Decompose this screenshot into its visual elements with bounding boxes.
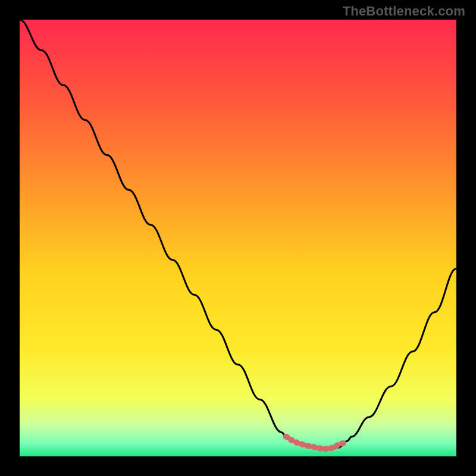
plot-background — [20, 20, 456, 456]
bottleneck-chart — [0, 0, 476, 476]
chart-frame: { "watermark": "TheBottleneck.com", "plo… — [0, 0, 476, 476]
watermark-text: TheBottleneck.com — [343, 4, 465, 19]
